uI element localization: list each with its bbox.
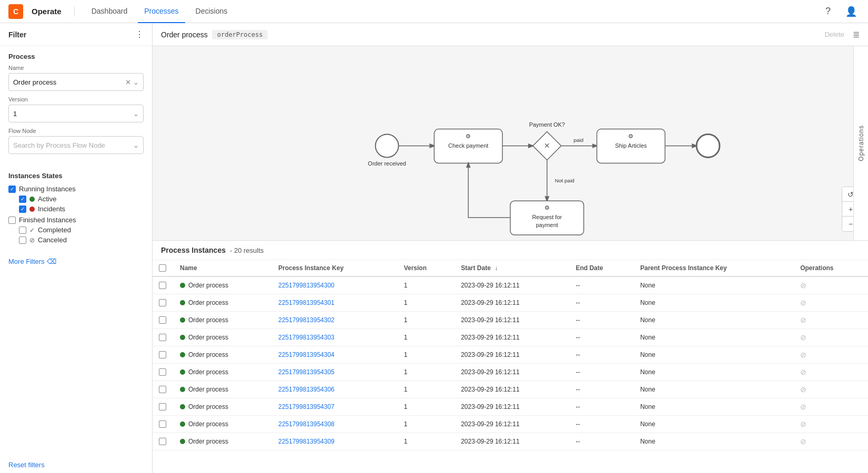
canceled-label: Canceled (38, 236, 67, 244)
row-checkbox-3[interactable] (159, 334, 166, 341)
row-checkbox-9[interactable] (159, 438, 166, 445)
reset-filters-button[interactable]: Reset filters (0, 457, 152, 473)
row-cancel-icon-2[interactable]: ⊘ (800, 316, 806, 324)
nav-right: ? 👤 (820, 3, 860, 20)
tab-processes[interactable]: Processes (138, 0, 185, 23)
chevron-down-icon[interactable]: ⌄ (133, 78, 139, 86)
instances-states-section: Instances States ✓ Running Instances ✓ A… (0, 166, 152, 253)
row-key-7[interactable]: 2251799813954307 (272, 398, 398, 416)
clear-icon[interactable]: ✕ (125, 78, 131, 86)
request-payment-label1: Request for (532, 214, 562, 220)
select-all-checkbox[interactable] (159, 264, 166, 272)
finished-instances-checkbox[interactable] (8, 217, 16, 224)
row-key-9[interactable]: 2251799813954309 (272, 433, 398, 450)
panel-toggle-icon[interactable]: ≣ (853, 29, 860, 39)
row-checkbox-7[interactable] (159, 403, 166, 410)
flow-node-select[interactable]: Search by Process Flow Node ⌄ (8, 136, 144, 154)
row-key-4[interactable]: 2251799813954304 (272, 346, 398, 364)
row-checkbox-8[interactable] (159, 420, 166, 428)
row-end-date-5: -- (569, 364, 634, 381)
active-checkbox[interactable]: ✓ (19, 196, 26, 203)
finished-sub-states: ✓ Completed ⊘ Canceled (19, 226, 144, 244)
version-select[interactable]: 1 ⌄ (8, 105, 144, 122)
row-name-9: Order process (180, 438, 266, 445)
row-parent-key-0: None (634, 276, 794, 294)
row-status-dot-0 (180, 283, 185, 288)
row-parent-key-9: None (634, 433, 794, 450)
incidents-row: ✓ Incidents (19, 205, 144, 213)
row-cancel-icon-4[interactable]: ⊘ (800, 351, 806, 359)
row-checkbox-4[interactable] (159, 351, 166, 358)
row-checkbox-1[interactable] (159, 299, 166, 306)
completed-checkbox[interactable] (19, 227, 26, 234)
row-key-1[interactable]: 2251799813954301 (272, 294, 398, 312)
row-key-0[interactable]: 2251799813954300 (272, 276, 398, 294)
name-select[interactable]: Order process ✕ ⌄ (8, 73, 144, 91)
row-key-3[interactable]: 2251799813954303 (272, 329, 398, 346)
incidents-checkbox[interactable]: ✓ (19, 205, 26, 213)
version-chevron-down-icon[interactable]: ⌄ (133, 110, 139, 118)
col-start-date[interactable]: Start Date ↓ (455, 260, 569, 276)
row-checkbox-0[interactable] (159, 282, 166, 289)
version-field-icons: ⌄ (133, 110, 139, 118)
row-cancel-icon-0[interactable]: ⊘ (800, 281, 806, 290)
table-title: Process Instances (161, 246, 226, 254)
row-cancel-icon-8[interactable]: ⊘ (800, 420, 806, 428)
instances-states-title: Instances States (8, 172, 144, 180)
process-section: Process Name Order process ✕ ⌄ Version 1… (0, 46, 152, 166)
row-status-dot-4 (180, 352, 185, 357)
more-filters-button[interactable]: More Filters ⌫ (0, 253, 152, 270)
row-cancel-icon-6[interactable]: ⊘ (800, 385, 806, 394)
table-row: Order process 2251799813954303 1 2023-09… (153, 329, 868, 346)
filter-toggle-icon[interactable]: ⋮ (135, 29, 144, 39)
running-instances-checkbox[interactable]: ✓ (8, 186, 16, 193)
row-cancel-icon-5[interactable]: ⊘ (800, 368, 806, 376)
row-cancel-icon-9[interactable]: ⊘ (800, 437, 806, 446)
row-key-8[interactable]: 2251799813954308 (272, 416, 398, 433)
row-cancel-icon-7[interactable]: ⊘ (800, 403, 806, 411)
col-name: Name (174, 260, 272, 276)
row-key-2[interactable]: 2251799813954302 (272, 312, 398, 329)
version-field: Version 1 ⌄ (8, 96, 144, 122)
finished-instances-label: Finished Instances (19, 216, 76, 224)
row-key-5[interactable]: 2251799813954305 (272, 364, 398, 381)
canceled-row: ⊘ Canceled (19, 236, 144, 244)
row-cancel-icon-3[interactable]: ⊘ (800, 333, 806, 342)
row-key-6[interactable]: 2251799813954306 (272, 381, 398, 398)
row-status-dot-1 (180, 300, 185, 305)
help-button[interactable]: ? (820, 3, 836, 20)
tab-decisions[interactable]: Decisions (189, 0, 234, 23)
row-checkbox-5[interactable] (159, 368, 166, 376)
operations-label: Operations (857, 125, 865, 161)
row-start-date-3: 2023-09-29 16:12:11 (455, 329, 569, 346)
row-start-date-0: 2023-09-29 16:12:11 (455, 276, 569, 294)
incidents-label: Incidents (38, 205, 65, 213)
row-name-text-6: Order process (188, 386, 228, 393)
row-parent-key-2: None (634, 312, 794, 329)
running-instances-row: ✓ Running Instances (8, 185, 144, 193)
row-version-0: 1 (398, 276, 455, 294)
end-event (697, 135, 720, 158)
canceled-checkbox[interactable] (19, 236, 26, 244)
table-row: Order process 2251799813954305 1 2023-09… (153, 364, 868, 381)
delete-button[interactable]: Delete (820, 30, 849, 38)
incidents-status-dot (29, 207, 35, 212)
row-parent-key-1: None (634, 294, 794, 312)
ship-articles-gear: ⚙ (628, 133, 633, 139)
active-row: ✓ Active (19, 195, 144, 203)
row-name-text-7: Order process (188, 403, 228, 410)
row-checkbox-6[interactable] (159, 386, 166, 393)
flow-node-chevron-down-icon[interactable]: ⌄ (133, 141, 139, 149)
row-cancel-icon-1[interactable]: ⊘ (800, 299, 806, 307)
row-start-date-7: 2023-09-29 16:12:11 (455, 398, 569, 416)
version-selected-value: 1 (13, 110, 133, 118)
row-checkbox-2[interactable] (159, 316, 166, 324)
not-paid-label: Not paid (555, 178, 574, 183)
row-end-date-0: -- (569, 276, 634, 294)
row-name-1: Order process (180, 299, 266, 306)
row-name-2: Order process (180, 316, 266, 324)
tab-dashboard[interactable]: Dashboard (85, 0, 134, 23)
user-button[interactable]: 👤 (843, 3, 860, 20)
row-start-date-5: 2023-09-29 16:12:11 (455, 364, 569, 381)
bpmn-diagram: Order received ⚙ Check payment ✕ Payment… (153, 46, 868, 240)
